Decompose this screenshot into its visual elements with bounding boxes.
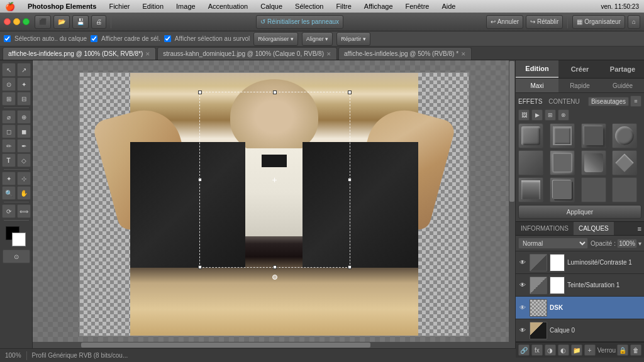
tool-eraser[interactable]: ◻ [2,124,16,138]
adjustment-btn[interactable]: ◐ [558,344,569,356]
tool-3d-rotate[interactable]: ⟳ [2,204,16,218]
menu-fenetre[interactable]: Fenêtre [403,3,432,10]
opacity-arrow[interactable]: ▾ [638,240,641,247]
sub-tab-guidee[interactable]: Guidée [601,79,644,92]
scrollbar-horizontal[interactable] [33,342,515,348]
tool-folder[interactable]: 📂 [53,15,70,29]
menu-app[interactable]: Photoshop Elements [25,3,99,10]
layers-panel-btn[interactable]: ≡ [638,225,644,233]
effect-1[interactable] [518,123,543,148]
tab-1[interactable]: affiche-les-infideles.png @ 100% (DSK, R… [3,47,156,60]
opacity-value[interactable]: 100% [617,239,637,248]
tab-3-close[interactable]: ✕ [461,51,466,57]
new-layer-btn[interactable]: + [584,344,596,356]
layer-eye-1[interactable]: 👁 [518,258,527,267]
tool-slice[interactable]: ⊟ [17,92,31,106]
effets-tab[interactable]: EFFETS [518,98,542,105]
effect-icon-3[interactable]: ⊞ [545,109,556,121]
effect-11[interactable] [581,177,606,202]
effect-4[interactable] [612,123,637,148]
delete-layer-btn[interactable]: 🗑 [630,344,641,356]
blend-mode-select[interactable]: Normal [518,238,588,249]
sub-tab-rapide[interactable]: Rapide [558,79,601,92]
reset-panels-button[interactable]: ↺ Réinitialiser les panneaux [256,15,343,29]
tab-2[interactable]: strauss-kahn_dominique1.jpg @ 100% (Calq… [157,47,337,60]
tab-3[interactable]: affiche-les-infideles.jpg @ 50% (RVB/8) … [338,47,472,60]
apple-menu[interactable]: 🍎 [5,2,15,11]
maximize-button[interactable] [23,18,30,25]
auto-select-checkbox[interactable] [4,35,11,42]
scroll-thumb-v[interactable] [509,61,514,202]
menu-calque[interactable]: Calque [258,3,285,10]
layer-eye-3[interactable]: 👁 [518,304,527,312]
apply-button[interactable]: Appliquer [518,205,641,219]
effect-10[interactable] [550,177,575,202]
menu-fichier[interactable]: Fichier [106,3,132,10]
effect-8[interactable] [612,150,637,175]
layer-teinte[interactable]: 👁 Teinte/Saturation 1 [516,274,644,297]
panel-menu-btn[interactable]: ≡ [630,96,641,107]
layer-dsk[interactable]: 👁 DSK [516,297,644,319]
effect-icon-4[interactable]: ⊗ [558,109,569,121]
layer-calque0[interactable]: 👁 Calque 0 [516,319,644,342]
contenu-tab[interactable]: CONTENU [548,98,579,105]
redo-button[interactable]: ↪ Rétablir [526,15,563,29]
panel-tab-partage[interactable]: Partage [601,60,644,78]
background-color[interactable] [12,233,26,246]
layer-eye-4[interactable]: 👁 [518,326,527,335]
tool-eyedropper[interactable]: ✦ [2,172,16,185]
layers-tab-calques[interactable]: CALQUES [574,222,614,235]
tool-fill[interactable]: ◼ [17,124,31,138]
tool-lasso[interactable]: ⊙ [2,77,16,91]
effect-7[interactable] [581,150,606,175]
tool-3d-pan[interactable]: ⟺ [17,204,31,218]
effect-12[interactable] [612,177,637,202]
effect-icon-1[interactable]: 🖼 [518,109,530,121]
tool-measure[interactable]: ⊹ [17,172,31,185]
mask-btn[interactable]: ◑ [545,344,556,356]
tool-brush[interactable]: ✏ [2,139,16,153]
tool-print[interactable]: 🖨 [91,15,106,29]
layer-eye-2[interactable]: 👁 [518,281,527,290]
undo-button[interactable]: ↩ Annuler [486,15,523,29]
tool-magic-wand[interactable]: ✦ [17,77,31,91]
organizer-button[interactable]: ▦ Organisateur [572,15,625,29]
effect-9[interactable] [518,177,543,202]
menu-edition[interactable]: Edition [140,3,166,10]
tool-text[interactable]: T [2,153,16,167]
scrollbar-vertical[interactable] [509,60,515,342]
effects-dropdown[interactable]: Biseautages [588,97,629,106]
effect-5[interactable] [518,150,543,175]
tool-zoom[interactable]: 🔍 [2,186,16,200]
quick-mask-btn[interactable]: ⊙ [3,250,30,263]
home-button[interactable]: ⌂ [628,15,640,29]
tool-heal[interactable]: ⌀ [2,110,16,124]
fx-btn[interactable]: fx [531,344,543,356]
menu-selection[interactable]: Sélection [292,3,326,10]
effect-icon-2[interactable]: ▶ [531,109,543,121]
minimize-button[interactable] [13,18,20,25]
tool-select-arrow[interactable]: ↖ [2,63,16,77]
reorganize-button[interactable]: Réorganiser ▾ [253,32,298,46]
menu-image[interactable]: Image [174,3,198,10]
effect-2[interactable] [550,123,575,148]
align-button[interactable]: Aligner ▾ [302,32,333,46]
scroll-thumb-h[interactable] [81,343,370,348]
menu-affichage[interactable]: Affichage [362,3,396,10]
tab-1-close[interactable]: ✕ [145,51,150,57]
link-layers-btn[interactable]: 🔗 [518,344,530,356]
tool-shape[interactable]: ◇ [17,153,31,167]
layers-tab-info[interactable]: INFORMATIONS [516,222,574,235]
layer-luminosite[interactable]: 👁 Luminosité/Contraste 1 [516,251,644,274]
lock-btn[interactable]: 🔒 [617,344,628,356]
tool-save[interactable]: 💾 [72,15,89,29]
menu-aide[interactable]: Aide [439,3,458,10]
tool-clone[interactable]: ⊕ [17,110,31,124]
tool-move[interactable]: ⬛ [35,15,51,29]
show-hover-checkbox[interactable] [164,35,171,42]
tool-select-direct[interactable]: ↗ [17,63,31,77]
panel-tab-creer[interactable]: Créer [558,60,601,78]
menu-filtre[interactable]: Filtre [333,3,353,10]
distribute-button[interactable]: Répartir ▾ [336,32,370,46]
close-button[interactable] [4,18,11,25]
